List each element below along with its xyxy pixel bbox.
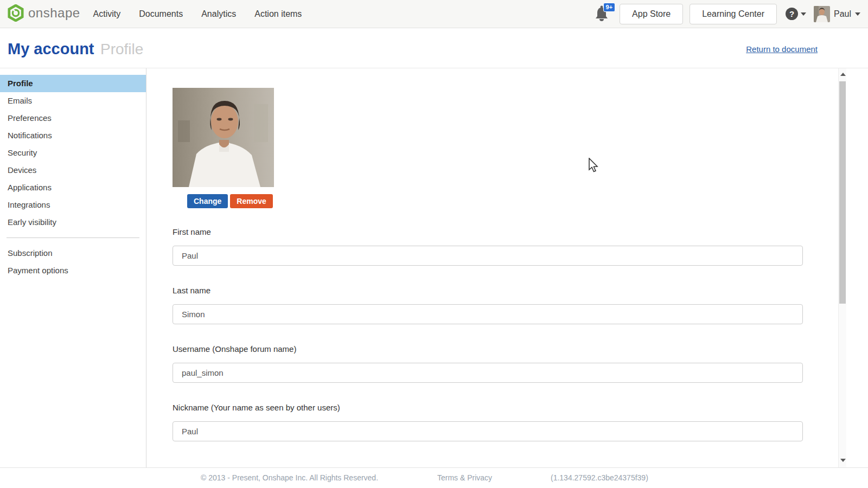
user-name-label: Paul xyxy=(834,9,851,19)
help-icon: ? xyxy=(786,8,798,20)
first-name-input[interactable] xyxy=(173,246,803,266)
sidebar-item-subscription[interactable]: Subscription xyxy=(0,245,146,262)
copyright-text: © 2013 - Present, Onshape Inc. All Right… xyxy=(201,473,378,482)
first-name-label: First name xyxy=(173,227,211,236)
sidebar-divider xyxy=(7,237,139,238)
page-footer: © 2013 - Present, Onshape Inc. All Right… xyxy=(0,467,868,488)
chevron-down-icon xyxy=(801,12,806,16)
profile-content: Change Remove First name Last name Usern… xyxy=(146,68,838,467)
return-to-document-link[interactable]: Return to document xyxy=(746,44,818,54)
sidebar-item-emails[interactable]: Emails xyxy=(0,92,146,110)
sidebar-item-applications[interactable]: Applications xyxy=(0,179,146,196)
avatar xyxy=(814,6,830,22)
sidebar-item-payment-options[interactable]: Payment options xyxy=(0,262,146,279)
last-name-input[interactable] xyxy=(173,304,803,324)
sidebar-item-preferences[interactable]: Preferences xyxy=(0,110,146,127)
notifications-bell-button[interactable]: 9+ xyxy=(593,5,612,23)
photo-actions: Change Remove xyxy=(187,194,273,208)
nickname-label: Nickname (Your name as seen by other use… xyxy=(173,403,340,412)
nav-item-action-items[interactable]: Action items xyxy=(254,9,302,19)
version-text: (1.134.27592.c3be24375f39) xyxy=(551,473,648,482)
chevron-down-icon xyxy=(855,12,860,16)
nickname-input[interactable] xyxy=(173,421,803,441)
onshape-logo-text: onshape xyxy=(28,5,80,21)
account-sidebar: Profile Emails Preferences Notifications… xyxy=(0,68,146,467)
last-name-label: Last name xyxy=(173,286,210,295)
remove-photo-button[interactable]: Remove xyxy=(230,194,272,208)
learning-center-button[interactable]: Learning Center xyxy=(690,4,777,24)
onshape-logo-icon xyxy=(8,4,24,24)
terms-privacy-link[interactable]: Terms & Privacy xyxy=(437,473,492,482)
user-menu-button[interactable]: Paul xyxy=(814,6,860,22)
username-label: Username (Onshape forum name) xyxy=(173,344,296,354)
scroll-down-arrow-icon[interactable] xyxy=(840,459,846,462)
notification-count-badge: 9+ xyxy=(603,3,616,12)
page-header: My account Profile Return to document xyxy=(0,28,868,68)
page-subtitle: Profile xyxy=(100,41,143,58)
vertical-scrollbar[interactable] xyxy=(838,68,846,467)
change-photo-button[interactable]: Change xyxy=(187,194,228,208)
sidebar-item-profile[interactable]: Profile xyxy=(0,75,146,92)
scroll-up-arrow-icon[interactable] xyxy=(840,73,846,76)
username-input[interactable] xyxy=(173,363,803,383)
nav-item-analytics[interactable]: Analytics xyxy=(201,9,236,19)
nav-items: Activity Documents Analytics Action item… xyxy=(93,9,302,19)
sidebar-item-early-visibility[interactable]: Early visibility xyxy=(0,214,146,231)
onshape-logo[interactable]: onshape xyxy=(0,4,90,24)
sidebar-item-integrations[interactable]: Integrations xyxy=(0,196,146,214)
top-navbar: onshape Activity Documents Analytics Act… xyxy=(0,0,868,28)
sidebar-item-notifications[interactable]: Notifications xyxy=(0,127,146,144)
help-menu-button[interactable]: ? xyxy=(786,8,806,20)
nav-item-documents[interactable]: Documents xyxy=(139,9,183,19)
nav-right: 9+ App Store Learning Center ? xyxy=(593,4,868,24)
bell-icon xyxy=(593,15,610,24)
profile-photo xyxy=(173,88,274,187)
scrollbar-thumb[interactable] xyxy=(839,81,846,304)
sidebar-item-devices[interactable]: Devices xyxy=(0,162,146,179)
page-title: My account xyxy=(8,40,94,58)
sidebar-item-security[interactable]: Security xyxy=(0,144,146,162)
app-store-button[interactable]: App Store xyxy=(620,4,683,24)
nav-item-activity[interactable]: Activity xyxy=(93,9,121,19)
onshape-account-page: onshape Activity Documents Analytics Act… xyxy=(0,0,868,488)
